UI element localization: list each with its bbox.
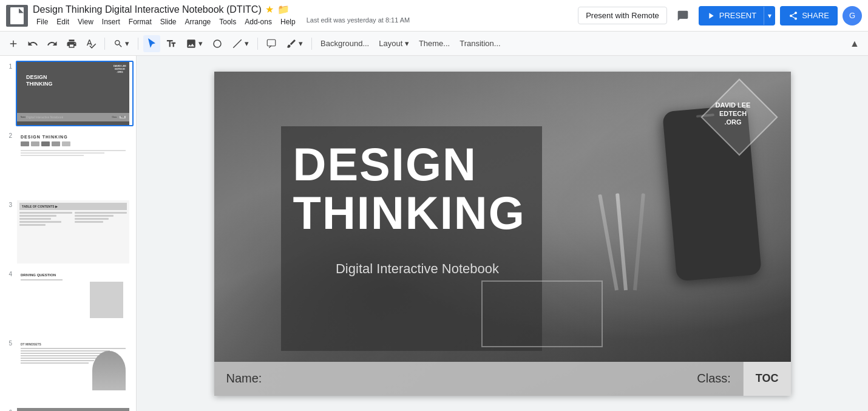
- svg-rect-2: [267, 39, 276, 46]
- svg-point-0: [214, 40, 221, 47]
- slide-thumbnail-1[interactable]: 1 DESIGNTHINKING Digital Interactive Not…: [2, 61, 134, 126]
- spell-check-button[interactable]: [83, 35, 100, 52]
- textbox-button[interactable]: [163, 35, 180, 52]
- main-title-thinking: THINKING: [293, 190, 526, 236]
- menu-view[interactable]: View: [74, 16, 97, 27]
- last-edit-text: Last edit was yesterday at 8:11 AM: [307, 16, 410, 27]
- bottom-bar: Name: Class: TOC: [214, 362, 791, 396]
- print-button[interactable]: [63, 35, 80, 52]
- present-with-remote-button[interactable]: Present with Remote: [578, 7, 667, 24]
- toolbar: ▾ ▾ ▾ ▾ Background... Layout ▾ Theme...: [0, 32, 868, 56]
- slide-thumbnail-6[interactable]: 6 EMPATHIZE PHASE Empathy Visit: [2, 407, 134, 411]
- comment-button[interactable]: [263, 35, 280, 52]
- zoom-icon: [114, 39, 123, 49]
- redo-button[interactable]: [44, 35, 61, 52]
- slide-number-5: 5: [2, 338, 12, 347]
- logo-text: DAVID LEEEDTECH.ORG: [706, 101, 761, 127]
- separator-1: [104, 38, 105, 50]
- doc-title-text: Design Thinking Digital Interactive Note…: [33, 4, 262, 15]
- slide-number-4: 4: [2, 268, 12, 277]
- layout-button[interactable]: Layout ▾: [375, 37, 413, 50]
- slide-thumbnail-4[interactable]: 4 DRIVING QUESTION: [2, 268, 134, 334]
- slide-image-6: EMPATHIZE PHASE Empathy Visit: [16, 407, 134, 411]
- undo-icon: [27, 38, 38, 49]
- menu-tools[interactable]: Tools: [215, 16, 240, 27]
- present-main-button[interactable]: PRESENT: [699, 6, 764, 25]
- main-area: 1 DESIGNTHINKING Digital Interactive Not…: [0, 56, 868, 411]
- slide-number-1: 1: [2, 61, 12, 70]
- slide-image-2: DESIGN THINKING: [16, 130, 134, 195]
- collapse-toolbar-button[interactable]: ▲: [846, 35, 863, 52]
- slide-image-3: TABLE OF CONTENTS ▶: [16, 199, 134, 265]
- slide-canvas-5: DT MINDSETS: [17, 339, 129, 402]
- logo-area: DAVID LEEEDTECH.ORG: [712, 90, 767, 148]
- pencil-3: [633, 193, 645, 290]
- slide-thumbnail-5[interactable]: 5 DT MINDSETS: [2, 338, 134, 403]
- paint-format-button[interactable]: ▾: [282, 36, 307, 51]
- present-dropdown-arrow[interactable]: ▾: [764, 7, 775, 25]
- chat-icon-button[interactable]: [672, 5, 694, 27]
- image-dropdown-button[interactable]: ▾: [182, 36, 206, 51]
- doc-title: Design Thinking Digital Interactive Note…: [33, 4, 578, 15]
- separator-2: [138, 38, 138, 50]
- transition-button[interactable]: Transition...: [456, 37, 504, 50]
- pencils-graphic: [603, 193, 651, 314]
- class-label: Class:: [685, 372, 743, 386]
- menu-addons[interactable]: Add-ons: [241, 16, 276, 27]
- line-dropdown-button[interactable]: ▾: [228, 36, 253, 51]
- slide-thumbnail-2[interactable]: 2 DESIGN THINKING: [2, 130, 134, 195]
- textbox-icon: [166, 38, 177, 49]
- title-actions: Present with Remote PRESENT ▾ SHARE G: [578, 5, 862, 27]
- folder-icon[interactable]: 📁: [277, 4, 290, 15]
- comment-icon: [266, 38, 277, 49]
- menu-file[interactable]: File: [33, 16, 52, 27]
- cursor-button[interactable]: [143, 35, 160, 52]
- rect-outline: [481, 280, 603, 347]
- slide-thumbnail-3[interactable]: 3 TABLE OF CONTENTS ▶: [2, 199, 134, 265]
- slide-panel: 1 DESIGNTHINKING Digital Interactive Not…: [0, 56, 137, 411]
- present-button-group: PRESENT ▾: [699, 6, 775, 25]
- slide-canvas-1: DESIGNTHINKING Digital Interactive Noteb…: [17, 62, 129, 125]
- shapes-icon: [212, 38, 223, 49]
- chat-icon: [677, 10, 689, 22]
- redo-icon: [47, 38, 58, 49]
- share-label: SHARE: [802, 11, 829, 20]
- undo-button[interactable]: [24, 35, 41, 52]
- paint-icon: [286, 38, 297, 49]
- menu-edit[interactable]: Edit: [53, 16, 73, 27]
- user-avatar[interactable]: G: [843, 6, 862, 25]
- shapes-button[interactable]: [209, 35, 226, 52]
- slide-image-4: DRIVING QUESTION: [16, 268, 134, 334]
- line-icon: [232, 38, 243, 49]
- share-button[interactable]: SHARE: [780, 6, 838, 25]
- title-info: Design Thinking Digital Interactive Note…: [33, 4, 578, 27]
- menu-insert[interactable]: Insert: [98, 16, 124, 27]
- cursor-icon: [146, 38, 157, 49]
- main-title-design: DESIGN: [293, 141, 477, 188]
- main-slide: DESIGN THINKING Digital Interactive Note…: [214, 72, 791, 396]
- slide-number-2: 2: [2, 130, 12, 139]
- slide-canvas-3: TABLE OF CONTENTS ▶: [17, 200, 129, 263]
- menu-arrange[interactable]: Arrange: [181, 16, 215, 27]
- svg-line-1: [233, 39, 242, 48]
- main-subtitle: Digital Interactive Notebook: [311, 260, 524, 279]
- menu-slide[interactable]: Slide: [157, 16, 180, 27]
- menu-format[interactable]: Format: [125, 16, 155, 27]
- zoom-dropdown[interactable]: ▾: [110, 37, 133, 50]
- slide-image-1: DESIGNTHINKING Digital Interactive Noteb…: [16, 61, 134, 126]
- name-label: Name:: [214, 372, 274, 386]
- star-icon[interactable]: ★: [265, 4, 274, 15]
- separator-4: [311, 38, 312, 50]
- menu-help[interactable]: Help: [277, 16, 299, 27]
- toc-button[interactable]: TOC: [743, 362, 791, 396]
- add-button[interactable]: [5, 35, 22, 52]
- slide-canvas-4: DRIVING QUESTION: [17, 270, 129, 333]
- theme-button[interactable]: Theme...: [415, 37, 453, 50]
- canvas-area: DESIGN THINKING Digital Interactive Note…: [137, 56, 868, 411]
- spell-check-icon: [86, 38, 97, 49]
- background-button[interactable]: Background...: [317, 37, 373, 50]
- slide-canvas-6: EMPATHIZE PHASE Empathy Visit: [17, 408, 129, 411]
- pencil-2: [615, 193, 628, 290]
- play-icon: [706, 11, 716, 21]
- add-icon: [8, 38, 19, 49]
